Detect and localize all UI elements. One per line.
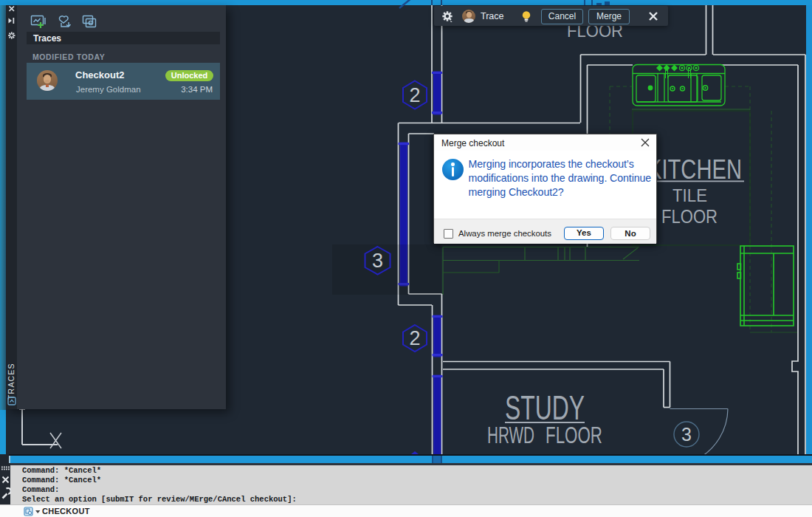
svg-text:3: 3 <box>681 424 692 445</box>
svg-text:FLOOR: FLOOR <box>661 205 718 227</box>
svg-text:3: 3 <box>372 250 383 272</box>
svg-text:FLOOR: FLOOR <box>546 422 602 448</box>
svg-text:HRWD: HRWD <box>487 422 534 448</box>
svg-text:TILE: TILE <box>672 186 707 205</box>
svg-text:2: 2 <box>409 327 420 349</box>
svg-text:KITCHEN: KITCHEN <box>647 154 742 185</box>
svg-text:STUDY: STUDY <box>505 388 585 427</box>
svg-text:2: 2 <box>409 84 420 106</box>
